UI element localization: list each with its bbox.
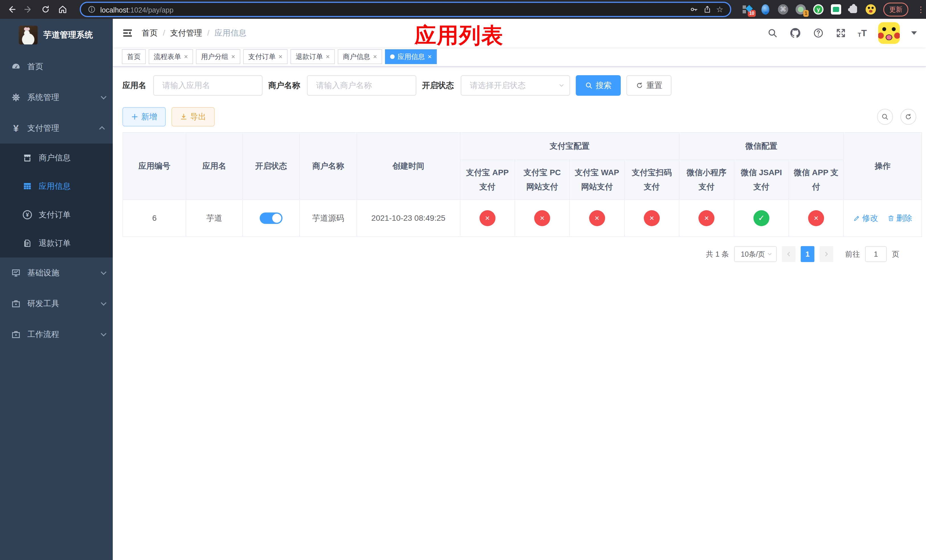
- close-icon[interactable]: ×: [278, 53, 283, 60]
- sidebar-item-app-info[interactable]: 应用信息: [0, 172, 113, 201]
- back-icon[interactable]: [5, 3, 18, 16]
- sidebar-item-label: 首页: [27, 61, 105, 72]
- browser-update-button[interactable]: 更新: [883, 3, 908, 17]
- cell-channel-alipay-qr: ×: [625, 200, 679, 237]
- extension-command-icon[interactable]: ⌘: [778, 4, 788, 15]
- delete-link[interactable]: 删除: [887, 213, 912, 224]
- app-name-input[interactable]: [153, 75, 263, 96]
- next-page-button[interactable]: [820, 246, 833, 262]
- share-icon[interactable]: [703, 5, 711, 14]
- refresh-table-button[interactable]: [900, 109, 916, 125]
- search-button[interactable]: 搜索: [576, 75, 621, 96]
- chevron-down-icon: [101, 94, 106, 100]
- channel-status-icon: ×: [480, 210, 495, 226]
- close-icon[interactable]: ×: [326, 53, 330, 60]
- close-icon[interactable]: ×: [373, 53, 377, 60]
- col-alipay-qr: 支付宝扫码支付: [625, 160, 679, 200]
- password-key-icon[interactable]: [689, 5, 699, 14]
- tab-process-form[interactable]: 流程表单×: [149, 49, 193, 64]
- enabled-toggle[interactable]: [260, 212, 283, 224]
- pen-icon: [853, 215, 861, 222]
- sidebar-item-label: 系统管理: [27, 92, 101, 103]
- extensions-area: 10 ⌘ 1 y 更新 ⋮: [743, 3, 925, 17]
- font-size-icon[interactable]: TT: [858, 29, 867, 38]
- close-icon[interactable]: ×: [428, 53, 432, 60]
- home-icon[interactable]: [56, 3, 70, 16]
- bookmark-star-icon[interactable]: ☆: [716, 5, 723, 14]
- page-size-select[interactable]: 10条/页: [734, 246, 777, 262]
- sidebar-fold-icon[interactable]: [122, 27, 133, 39]
- dashboard-icon: [10, 62, 22, 72]
- extension-pin-icon[interactable]: [761, 4, 769, 15]
- sidebar-item-merchant-info[interactable]: 商户信息: [0, 144, 113, 172]
- cell-app-id: 6: [123, 200, 186, 237]
- user-avatar[interactable]: [878, 22, 900, 44]
- extension-badge: 10: [748, 10, 756, 17]
- tab-refund-orders[interactable]: 退款订单×: [291, 49, 335, 64]
- sidebar-item-refund-orders[interactable]: 退款订单: [0, 229, 113, 257]
- extension-chat-icon[interactable]: [831, 4, 841, 15]
- payment-submenu: 商户信息 应用信息 ¥ 支付订单: [0, 144, 113, 257]
- tab-user-group[interactable]: 用户分组×: [196, 49, 240, 64]
- forward-icon[interactable]: [22, 3, 35, 16]
- export-button[interactable]: 导出: [171, 107, 215, 127]
- toolbox-icon: [10, 330, 22, 339]
- show-search-button[interactable]: [877, 109, 893, 125]
- tab-app-info[interactable]: 应用信息×: [385, 49, 437, 64]
- sidebar-item-home[interactable]: 首页: [0, 51, 113, 82]
- site-info-icon[interactable]: [88, 5, 96, 14]
- table-row: 6 芋道 芋道源码 2021-10-23 08:49:25 × × × × ×: [123, 200, 922, 237]
- toolbox-icon: [10, 299, 22, 309]
- page-number-1[interactable]: 1: [801, 246, 814, 262]
- close-icon[interactable]: ×: [231, 53, 235, 60]
- col-wechat-jsapi: 微信 JSAPI 支付: [734, 160, 789, 200]
- sidebar-item-dev-tools[interactable]: 研发工具: [0, 288, 113, 319]
- channel-status-icon: ✓: [754, 210, 769, 226]
- sidebar-item-label: 工作流程: [27, 329, 101, 340]
- caret-down-icon[interactable]: [911, 31, 917, 38]
- close-icon[interactable]: ×: [184, 53, 188, 60]
- merchant-name-input[interactable]: [307, 75, 416, 96]
- reload-icon[interactable]: [39, 3, 52, 16]
- sidebar-item-infrastructure[interactable]: 基础设施: [0, 257, 113, 288]
- prev-page-button[interactable]: [782, 246, 796, 262]
- cell-channel-wechat-jsapi: ✓: [734, 200, 789, 237]
- extensions-puzzle-icon[interactable]: [850, 6, 857, 13]
- sidebar-item-payment[interactable]: ¥ 支付管理: [0, 113, 113, 144]
- sidebar-item-label: 支付管理: [27, 123, 101, 133]
- breadcrumb-payment[interactable]: 支付管理: [158, 28, 202, 38]
- help-icon[interactable]: [813, 27, 824, 39]
- search-icon[interactable]: [767, 28, 778, 38]
- trash-icon: [887, 215, 895, 222]
- sidebar-item-system[interactable]: 系统管理: [0, 82, 113, 113]
- browser-toolbar: localhost:1024/pay/app ☆ 10 ⌘ 1 y 更新 ⋮: [0, 0, 926, 19]
- extension-recorder-icon[interactable]: 1: [796, 4, 806, 15]
- col-app-name: 应用名: [186, 132, 242, 200]
- add-button[interactable]: 新增: [123, 107, 166, 127]
- col-status: 开启状态: [243, 132, 300, 200]
- col-created: 创建时间: [357, 132, 460, 200]
- browser-profile-avatar[interactable]: [865, 4, 876, 15]
- browser-menu-icon[interactable]: ⋮: [917, 5, 925, 14]
- reset-button[interactable]: 重置: [626, 75, 672, 96]
- edit-link[interactable]: 修改: [853, 213, 878, 224]
- tab-pay-orders[interactable]: 支付订单×: [243, 49, 287, 64]
- tab-merchant-info[interactable]: 商户信息×: [338, 49, 382, 64]
- sidebar-item-workflow[interactable]: 工作流程: [0, 319, 113, 350]
- sidebar-item-pay-orders[interactable]: ¥ 支付订单: [0, 201, 113, 229]
- cell-channel-wechat-mini: ×: [679, 200, 734, 237]
- url-bar[interactable]: localhost:1024/pay/app ☆: [80, 2, 731, 17]
- extension-kit-icon[interactable]: 10: [743, 4, 753, 15]
- app-logo[interactable]: 芋道管理系统: [0, 19, 113, 51]
- breadcrumb-home[interactable]: 首页: [142, 28, 158, 38]
- search-icon: [881, 113, 889, 121]
- goto-page-input[interactable]: [865, 246, 887, 262]
- navbar-actions: TT: [767, 22, 917, 44]
- fullscreen-icon[interactable]: [835, 28, 846, 38]
- status-select[interactable]: 请选择开启状态: [461, 75, 570, 96]
- yen-icon: ¥: [10, 123, 22, 134]
- github-icon[interactable]: [789, 27, 801, 39]
- extension-y-icon[interactable]: y: [813, 4, 823, 15]
- tab-home[interactable]: 首页: [122, 49, 146, 64]
- gear-icon: [10, 92, 22, 102]
